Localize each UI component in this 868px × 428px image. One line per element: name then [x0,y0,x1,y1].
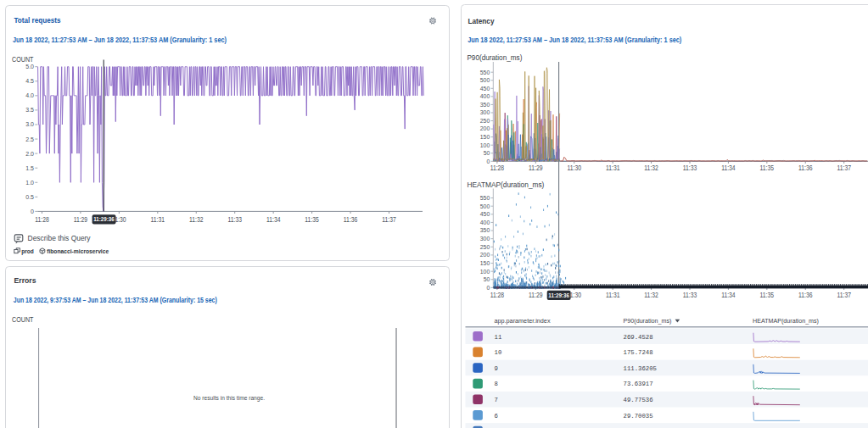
svg-text:11:29: 11:29 [529,164,543,172]
svg-text:250: 250 [480,244,490,250]
svg-text:269.4528: 269.4528 [624,334,653,341]
svg-text:200: 200 [480,252,490,258]
svg-text:11:33: 11:33 [227,215,242,224]
svg-text:11:31: 11:31 [606,164,620,172]
svg-text:500: 500 [480,203,490,209]
svg-text:8: 8 [495,381,498,387]
svg-text:0: 0 [486,285,490,291]
svg-text:50: 50 [484,276,490,282]
svg-text:11:28: 11:28 [490,164,505,172]
svg-text:prod: prod [21,247,34,255]
svg-text:11:31: 11:31 [606,291,620,299]
svg-text:11:35: 11:35 [760,164,775,172]
svg-text:50: 50 [484,150,490,156]
svg-text:11:34: 11:34 [721,291,736,299]
svg-text:500: 500 [480,77,490,83]
svg-text:0: 0 [31,208,34,214]
svg-text:49.77536: 49.77536 [624,397,653,403]
svg-text:10: 10 [495,349,502,356]
svg-text:Jun 18 2022, 9:37:53 AM – Jun: Jun 18 2022, 9:37:53 AM – Jun 18 2022, 1… [14,296,217,304]
svg-text:350: 350 [480,102,490,108]
svg-text:11:37: 11:37 [837,291,851,299]
svg-text:Describe this Query: Describe this Query [28,234,92,242]
svg-text:100: 100 [480,142,490,148]
svg-text:175.7248: 175.7248 [624,349,653,356]
svg-text:6: 6 [495,413,498,420]
svg-text:3.5: 3.5 [25,107,34,113]
svg-text:11:32: 11:32 [644,164,658,172]
svg-text:1.5: 1.5 [25,165,34,171]
svg-text:550: 550 [480,69,490,75]
svg-text:HEATMAP(duration_ms): HEATMAP(duration_ms) [753,317,819,325]
svg-text:11:29:36: 11:29:36 [548,292,569,299]
svg-text:11:29:36: 11:29:36 [93,215,115,223]
svg-text:P90(duration_ms): P90(duration_ms) [624,317,672,325]
svg-text:Total requests: Total requests [14,15,61,25]
svg-text:2.5: 2.5 [25,136,34,142]
svg-text:29.70035: 29.70035 [624,413,653,420]
svg-text:11:33: 11:33 [683,291,697,299]
svg-text:5.0: 5.0 [25,64,34,69]
svg-text:11:28: 11:28 [35,215,49,224]
svg-text:fibonacci-microservice: fibonacci-microservice [47,247,109,255]
svg-text:7: 7 [495,397,498,403]
svg-text:111.36205: 111.36205 [624,365,657,372]
svg-text:11:29: 11:29 [529,291,543,299]
svg-text:11:35: 11:35 [760,291,775,299]
svg-text:11:29: 11:29 [74,215,88,224]
svg-text:11:36: 11:36 [798,291,813,299]
svg-text:1.0: 1.0 [25,180,34,186]
svg-text:4.5: 4.5 [25,78,34,84]
svg-text:150: 150 [480,260,490,266]
svg-text:COUNT: COUNT [12,54,34,64]
svg-text:No results in this time range.: No results in this time range. [193,394,265,402]
svg-text:450: 450 [480,86,490,92]
svg-text:11:36: 11:36 [344,215,358,224]
svg-text:550: 550 [480,195,490,201]
svg-text:Jun 18 2022, 11:27:53 AM – Jun: Jun 18 2022, 11:27:53 AM – Jun 18 2022, … [468,36,681,44]
svg-text:11:37: 11:37 [382,215,396,224]
svg-text:11:32: 11:32 [189,215,204,224]
svg-text:COUNT: COUNT [12,314,34,324]
svg-text:100: 100 [480,269,490,275]
svg-text:11:31: 11:31 [151,215,165,224]
svg-text:0.5: 0.5 [25,194,34,200]
svg-text:11:33: 11:33 [683,164,697,172]
svg-text:11:30: 11:30 [567,164,581,172]
svg-text:11:34: 11:34 [266,215,281,224]
svg-text:9: 9 [495,365,498,372]
svg-text:P90(duration_ms): P90(duration_ms) [467,53,522,62]
svg-text:4.0: 4.0 [25,92,34,98]
svg-text:2.0: 2.0 [25,151,34,157]
svg-text:300: 300 [480,236,490,242]
svg-text:400: 400 [480,93,490,99]
svg-text:11: 11 [495,334,502,341]
svg-text:11:32: 11:32 [644,291,658,299]
svg-text:11:28: 11:28 [490,291,505,299]
svg-text:app.parameter.index: app.parameter.index [495,317,551,325]
svg-text:73.63917: 73.63917 [624,381,653,387]
svg-text:150: 150 [480,134,490,140]
svg-text:11:35: 11:35 [305,215,319,224]
svg-text:250: 250 [480,118,490,124]
svg-text:11:37: 11:37 [837,164,851,172]
svg-text:11:36: 11:36 [798,164,813,172]
svg-text:Jun 18 2022, 11:27:53 AM – Jun: Jun 18 2022, 11:27:53 AM – Jun 18 2022, … [13,36,227,44]
svg-text:11:34: 11:34 [721,164,736,172]
svg-text:350: 350 [480,227,490,233]
svg-text:HEATMAP(duration_ms): HEATMAP(duration_ms) [467,181,544,189]
svg-text:3.0: 3.0 [25,121,34,127]
svg-text:200: 200 [480,125,490,131]
svg-text:450: 450 [480,211,490,217]
svg-text:300: 300 [480,109,490,115]
svg-text:Latency: Latency [468,16,496,25]
svg-text:400: 400 [480,220,490,225]
svg-text:Errors: Errors [14,275,36,285]
